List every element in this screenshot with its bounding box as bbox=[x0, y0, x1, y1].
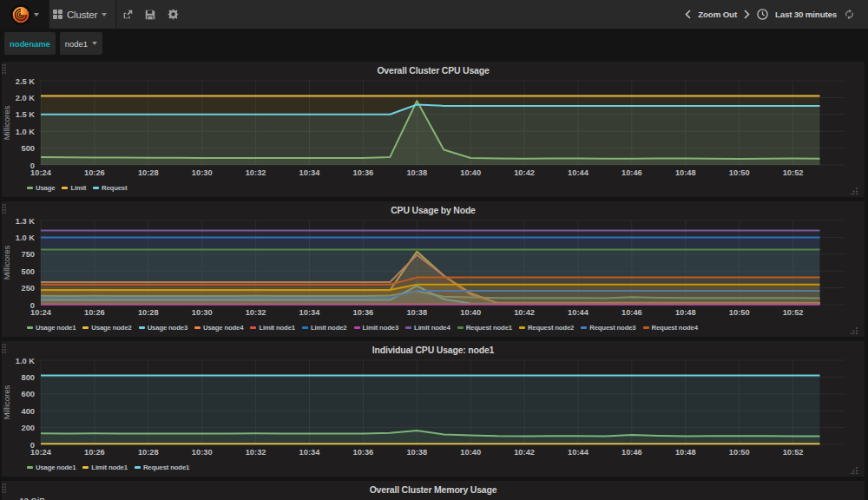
time-shift-right-button[interactable] bbox=[744, 10, 750, 19]
legend-swatch bbox=[354, 326, 360, 329]
x-tick-label: 10:52 bbox=[783, 448, 804, 457]
legend-swatch bbox=[93, 187, 99, 189]
x-tick-label: 10:46 bbox=[621, 308, 642, 317]
x-tick-label: 10:32 bbox=[246, 308, 266, 317]
x-tick-label: 10:38 bbox=[406, 308, 427, 317]
legend-item-request-node4[interactable]: Request node4 bbox=[643, 324, 698, 332]
x-tick-label: 10:40 bbox=[460, 168, 481, 177]
legend-item-usage[interactable]: Usage bbox=[27, 184, 55, 192]
legend-label: Usage node1 bbox=[36, 324, 76, 332]
y-tick-label: 500 bbox=[21, 267, 35, 276]
legend-item-request-node1[interactable]: Request node1 bbox=[135, 464, 189, 471]
legend-item-limit-node1[interactable]: Limit node1 bbox=[82, 464, 128, 471]
panel-chart: 12 GiB bbox=[2, 481, 865, 500]
y-tick-label: 200 bbox=[21, 424, 35, 432]
x-tick-label: 10:48 bbox=[675, 168, 696, 177]
legend-label: Request node2 bbox=[528, 324, 574, 332]
x-tick-label: 10:40 bbox=[460, 448, 481, 457]
time-range-label[interactable]: Last 30 minutes bbox=[775, 10, 837, 19]
legend-item-limit-node4[interactable]: Limit node4 bbox=[405, 324, 450, 332]
x-tick-label: 10:50 bbox=[729, 448, 750, 457]
legend-label: Usage node1 bbox=[36, 464, 76, 471]
legend-swatch bbox=[27, 187, 33, 189]
x-tick-label: 10:36 bbox=[353, 308, 374, 317]
refresh-button[interactable] bbox=[844, 9, 855, 20]
legend-swatch bbox=[27, 466, 33, 469]
legend-item-request-node1[interactable]: Request node1 bbox=[457, 324, 512, 332]
dashboard-caret-icon bbox=[102, 13, 107, 16]
legend-swatch bbox=[250, 326, 256, 329]
y-axis-label: Millicores bbox=[2, 245, 11, 280]
share-button[interactable] bbox=[117, 3, 138, 26]
y-tick-label: 1.3 K bbox=[16, 217, 36, 226]
x-tick-label: 10:30 bbox=[192, 308, 213, 317]
legend-label: Usage node4 bbox=[203, 324, 243, 332]
x-tick-label: 10:42 bbox=[514, 168, 535, 177]
y-tick-label: 1.0 K bbox=[16, 357, 36, 365]
x-tick-label: 10:28 bbox=[138, 308, 159, 317]
x-tick-label: 10:38 bbox=[406, 168, 427, 177]
settings-button[interactable] bbox=[162, 3, 183, 26]
x-tick-label: 10:24 bbox=[30, 308, 52, 317]
panel-resize-handle[interactable] bbox=[851, 327, 858, 334]
x-tick-label: 10:48 bbox=[675, 308, 696, 317]
x-tick-label: 10:44 bbox=[568, 308, 589, 317]
grafana-logo-icon bbox=[10, 4, 31, 25]
panel-individual-cpu-usage-node1: Individual CPU Usage: node10200400600800… bbox=[2, 341, 865, 477]
panel-chart: 02004006008001.0 K10:2410:2610:2810:3010… bbox=[2, 341, 865, 477]
save-button[interactable] bbox=[140, 3, 161, 26]
variable-value-dropdown[interactable]: node1 bbox=[60, 32, 102, 55]
share-icon bbox=[122, 9, 133, 20]
zoom-out-button[interactable]: Zoom Out bbox=[698, 10, 737, 19]
legend-label: Limit bbox=[70, 184, 86, 192]
legend-item-usage-node2[interactable]: Usage node2 bbox=[82, 324, 131, 332]
y-tick-label: 12 GiB bbox=[20, 497, 46, 500]
grafana-menu[interactable] bbox=[0, 0, 49, 29]
legend-swatch bbox=[405, 326, 411, 329]
panel-overall-cluster-memory-usage: Overall Cluster Memory Usage12 GiB bbox=[2, 481, 865, 500]
x-tick-label: 10:40 bbox=[460, 308, 481, 317]
legend-item-usage-node1[interactable]: Usage node1 bbox=[27, 464, 76, 471]
legend-item-request[interactable]: Request bbox=[93, 184, 127, 192]
panel-resize-handle[interactable] bbox=[851, 188, 858, 194]
legend-swatch bbox=[82, 326, 89, 329]
navbar: Cluster Zoom Ou bbox=[0, 0, 868, 29]
y-tick-label: 400 bbox=[21, 407, 35, 416]
panel-legend: UsageLimitRequest bbox=[27, 184, 127, 192]
x-tick-label: 10:46 bbox=[621, 448, 642, 457]
time-shift-left-button[interactable] bbox=[685, 10, 691, 19]
legend-item-usage-node1[interactable]: Usage node1 bbox=[27, 324, 76, 332]
x-tick-label: 10:26 bbox=[84, 168, 105, 177]
x-tick-label: 10:52 bbox=[783, 168, 804, 177]
y-axis-label: Millicores bbox=[2, 105, 11, 140]
legend-swatch bbox=[581, 326, 587, 329]
legend-label: Request node1 bbox=[143, 464, 189, 471]
legend-item-request-node3[interactable]: Request node3 bbox=[581, 324, 635, 332]
dashboard-picker[interactable]: Cluster bbox=[49, 0, 116, 29]
legend-item-request-node2[interactable]: Request node2 bbox=[519, 324, 574, 332]
x-tick-label: 10:44 bbox=[568, 168, 589, 177]
dashboard-grid-icon bbox=[53, 10, 62, 19]
template-variables-bar: nodename node1 bbox=[0, 29, 868, 62]
save-icon bbox=[145, 9, 155, 19]
legend-label: Usage bbox=[36, 184, 55, 192]
legend-label: Limit node2 bbox=[311, 324, 347, 332]
dashboard-title: Cluster bbox=[67, 10, 97, 20]
legend-item-limit-node2[interactable]: Limit node2 bbox=[302, 324, 347, 332]
x-tick-label: 10:42 bbox=[514, 308, 535, 317]
time-range-picker[interactable] bbox=[757, 9, 768, 20]
x-tick-label: 10:30 bbox=[192, 448, 213, 457]
legend-item-limit-node1[interactable]: Limit node1 bbox=[250, 324, 295, 332]
x-tick-label: 10:30 bbox=[192, 168, 213, 177]
x-tick-label: 10:26 bbox=[84, 308, 105, 317]
legend-item-limit-node3[interactable]: Limit node3 bbox=[354, 324, 399, 332]
legend-item-usage-node3[interactable]: Usage node3 bbox=[139, 324, 187, 332]
legend-item-limit[interactable]: Limit bbox=[62, 184, 86, 192]
legend-swatch bbox=[62, 187, 68, 189]
clock-icon bbox=[757, 9, 768, 20]
legend-item-usage-node4[interactable]: Usage node4 bbox=[194, 324, 243, 332]
x-tick-label: 10:24 bbox=[30, 448, 52, 457]
legend-swatch bbox=[82, 466, 89, 469]
panel-resize-handle[interactable] bbox=[851, 467, 858, 474]
legend-label: Limit node1 bbox=[259, 324, 295, 332]
